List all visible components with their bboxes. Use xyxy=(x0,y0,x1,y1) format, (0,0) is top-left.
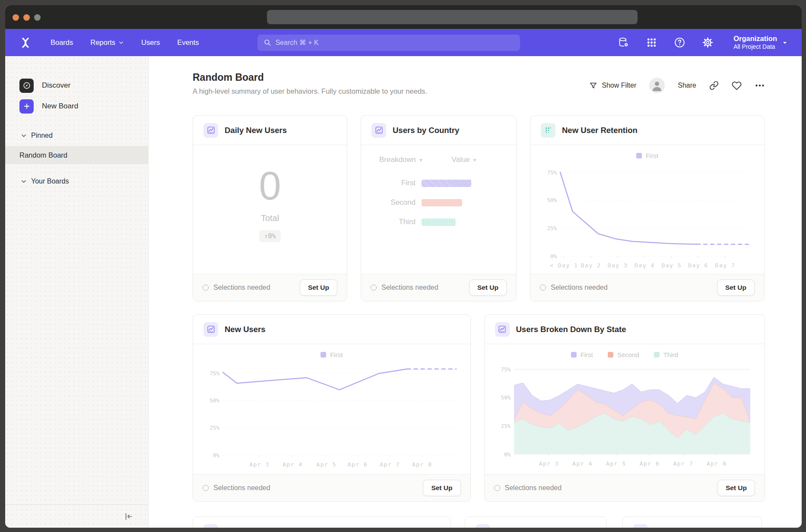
more-options-icon[interactable] xyxy=(755,80,765,91)
nav-item-boards[interactable]: Boards xyxy=(51,38,73,47)
insights-chart-icon xyxy=(203,123,218,138)
settings-gear-icon[interactable] xyxy=(702,37,714,48)
sidebar-item-random-board[interactable]: Random Board xyxy=(5,146,148,164)
status-circle-icon xyxy=(540,285,546,291)
card-title: Insights Report xyxy=(497,527,555,528)
legend-swatch xyxy=(320,352,326,358)
board-main: Random Board A high-level summary of use… xyxy=(149,56,802,528)
svg-text:Day 5: Day 5 xyxy=(661,262,682,269)
window-zoom-button[interactable] xyxy=(34,14,41,21)
sidebar-item-new-board[interactable]: New Board xyxy=(5,98,148,115)
set-up-button[interactable]: Set Up xyxy=(423,480,460,496)
svg-text:Apr 7: Apr 7 xyxy=(380,461,400,468)
svg-text:Apr 5: Apr 5 xyxy=(316,461,336,468)
legend-item: Second xyxy=(608,351,639,358)
funnel-icon xyxy=(589,82,597,90)
data-management-icon[interactable] xyxy=(618,37,629,48)
cards-row-2: New Users First 75%50%25%0%Apr 3Apr 4Apr… xyxy=(193,314,765,502)
bar-row: Third xyxy=(361,218,516,226)
bar-second xyxy=(422,199,462,206)
svg-text:Day 2: Day 2 xyxy=(581,262,601,269)
help-icon[interactable] xyxy=(674,37,685,48)
legend-swatch xyxy=(571,352,577,358)
board-actions: Show Filter Share xyxy=(589,78,765,93)
kpi-value: 0 xyxy=(259,166,281,206)
chevron-down-icon xyxy=(782,40,787,45)
sidebar-section-pinned[interactable]: Pinned xyxy=(5,130,148,142)
set-up-button[interactable]: Set Up xyxy=(469,279,507,296)
card-title: Stacked Line Graph xyxy=(225,527,300,528)
favorite-heart-icon[interactable] xyxy=(732,81,742,91)
new-users-chart-body: First 75%50%25%0%Apr 3Apr 4Apr 5Apr 6Apr… xyxy=(193,344,470,474)
bar-chart-body: Breakdown▾ Value▾ First xyxy=(361,145,516,274)
new-users-line-chart: 75%50%25%0%Apr 3Apr 4Apr 5Apr 6Apr 7Apr … xyxy=(203,360,460,469)
card-users-by-country: Users by Country Breakdown▾ Value▾ xyxy=(361,115,517,301)
cards-row-3: Stacked Line Graph Insights Report xyxy=(193,516,765,528)
copy-link-icon[interactable] xyxy=(709,81,719,90)
chevron-down-icon xyxy=(21,133,27,139)
chart-svg: 75%50%25%0%Apr 3Apr 4Apr 5Apr 6Apr 7Apr … xyxy=(203,360,460,469)
svg-text:75%: 75% xyxy=(501,366,511,373)
url-bar[interactable] xyxy=(267,10,638,24)
sidebar-item-discover[interactable]: Discover xyxy=(5,77,148,94)
window-minimize-button[interactable] xyxy=(23,14,30,21)
card-title: New User Retention xyxy=(562,126,638,135)
kpi-body: 0 Total ↑0% xyxy=(193,145,347,274)
value-dropdown[interactable]: Value▾ xyxy=(452,155,476,164)
svg-text:0%: 0% xyxy=(213,452,220,459)
chart-svg: 75%50%25%0%Apr 3Apr 4Apr 5Apr 6Apr 7Apr … xyxy=(494,360,755,468)
chevron-down-icon: ▾ xyxy=(419,157,422,163)
breakdown-dropdown[interactable]: Breakdown▾ xyxy=(379,155,422,164)
sidebar-section-your-boards[interactable]: Your Boards xyxy=(5,175,148,187)
bar-row: First xyxy=(361,179,516,187)
kpi-delta-badge: ↑0% xyxy=(259,230,280,242)
svg-text:Day 4: Day 4 xyxy=(635,262,655,269)
insights-chart-icon xyxy=(203,524,218,528)
svg-text:0%: 0% xyxy=(550,253,557,260)
sidebar-item-label: Discover xyxy=(42,81,70,90)
card-header: Users by Country xyxy=(361,116,516,145)
apps-grid-icon[interactable] xyxy=(646,37,657,48)
show-filter-button[interactable]: Show Filter xyxy=(589,82,636,90)
board-header: Random Board A high-level summary of use… xyxy=(193,72,765,95)
cards-row-1: Daily New Users 0 Total ↑0% Selections n… xyxy=(193,115,765,301)
set-up-button[interactable]: Set Up xyxy=(300,279,337,296)
svg-text:Apr 4: Apr 4 xyxy=(282,461,303,468)
status-circle-icon xyxy=(371,285,377,291)
window-close-button[interactable] xyxy=(13,14,19,21)
legend-item: First xyxy=(636,152,658,159)
org-switcher[interactable]: Organization All Project Data xyxy=(733,34,787,51)
mixpanel-logo-icon[interactable] xyxy=(19,37,32,49)
card-daily-new-users: Daily New Users 0 Total ↑0% Selections n… xyxy=(193,115,347,301)
svg-text:50%: 50% xyxy=(501,394,511,401)
card-title: Users Broken Down By State xyxy=(516,325,626,334)
retention-grid-icon xyxy=(541,123,555,138)
window-titlebar xyxy=(5,5,802,29)
share-button[interactable]: Share xyxy=(678,82,696,89)
set-up-button[interactable]: Set Up xyxy=(717,279,755,296)
collapse-sidebar-icon[interactable] xyxy=(124,512,133,521)
nav-item-events[interactable]: Events xyxy=(177,38,199,47)
nav-item-users[interactable]: Users xyxy=(141,38,160,47)
traffic-lights xyxy=(13,14,41,21)
svg-text:Day 3: Day 3 xyxy=(608,262,628,269)
svg-text:25%: 25% xyxy=(547,225,557,231)
search-input[interactable] xyxy=(276,39,514,47)
card-status: Selections needed xyxy=(203,484,270,492)
svg-text:< Day 1: < Day 1 xyxy=(550,262,578,269)
retention-chart-body: First 75%50%25%0%< Day 1Day 2Day 3Day 4D… xyxy=(530,145,764,274)
card-stacked-line-graph: Stacked Line Graph xyxy=(193,516,451,528)
card-status: Selections needed xyxy=(203,284,270,291)
global-search[interactable] xyxy=(257,35,520,51)
search-icon xyxy=(263,38,271,47)
status-circle-icon xyxy=(203,285,209,291)
card-insights-report: Insights Report xyxy=(465,516,606,528)
card-users-by-state: Users Broken Down By State First Second xyxy=(484,314,765,502)
set-up-button[interactable]: Set Up xyxy=(717,480,755,496)
legend-item: Third xyxy=(654,351,678,358)
chart-legend: First xyxy=(530,152,764,159)
org-name: Organization xyxy=(733,34,777,43)
sidebar: Discover New Board Pinned Random Board Y… xyxy=(5,56,149,528)
avatar[interactable] xyxy=(649,78,665,93)
nav-item-reports[interactable]: Reports xyxy=(90,38,124,47)
